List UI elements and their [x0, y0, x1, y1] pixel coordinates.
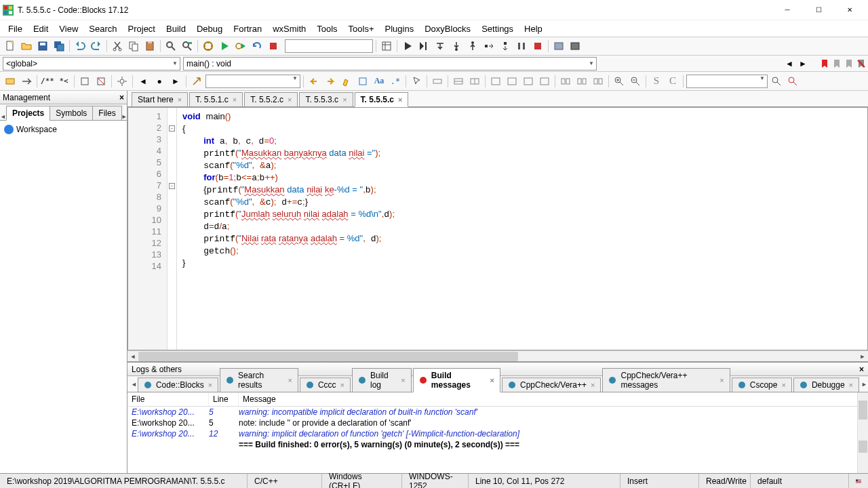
tool-icon[interactable]: [430, 74, 445, 89]
logs-header-file[interactable]: File: [127, 392, 209, 406]
settings-icon[interactable]: [115, 74, 130, 89]
scroll-left-icon[interactable]: ◄: [127, 353, 138, 360]
scope-select[interactable]: <global>: [3, 57, 180, 70]
tab-scroll-left-icon[interactable]: ◄: [0, 113, 6, 120]
logs-tab[interactable]: Build messages×: [413, 368, 500, 392]
tab-scroll-right-icon[interactable]: ►: [121, 113, 127, 120]
logs-tab-scroll-right-icon[interactable]: ►: [861, 381, 868, 388]
logs-close-icon[interactable]: ×: [859, 365, 864, 374]
scroll-thumb[interactable]: [859, 441, 867, 453]
workspace-node[interactable]: Workspace: [3, 123, 124, 136]
search-go-icon[interactable]: [769, 74, 784, 89]
bookmark-prev-icon[interactable]: [831, 58, 844, 69]
nav-stop-icon[interactable]: ●: [152, 74, 167, 89]
next-line-icon[interactable]: [433, 39, 448, 54]
logs-tab[interactable]: CppCheck/Vera++ messages×: [602, 368, 730, 392]
find-icon[interactable]: [163, 39, 178, 54]
logs-tab-scroll-left-icon[interactable]: ◄: [130, 381, 138, 388]
tool-icon[interactable]: [77, 74, 92, 89]
new-file-icon[interactable]: [3, 39, 18, 54]
tool-icon[interactable]: [467, 74, 482, 89]
text-case-icon[interactable]: Aa: [372, 74, 387, 89]
tool-icon[interactable]: [451, 74, 466, 89]
editor-tab[interactable]: T. 5.5.2.c×: [244, 92, 298, 107]
info-icon[interactable]: [568, 39, 583, 54]
menu-debug[interactable]: Debug: [191, 22, 228, 35]
bookmark-next-icon[interactable]: [844, 58, 856, 69]
menu-edit[interactable]: Edit: [28, 22, 54, 35]
tool-icon[interactable]: [537, 74, 552, 89]
tab-close-icon[interactable]: ×: [288, 96, 292, 104]
menu-settings[interactable]: Settings: [476, 22, 519, 35]
logs-tab[interactable]: Cscope×: [732, 378, 792, 392]
tool-icon[interactable]: [94, 74, 108, 89]
debug-windows-icon[interactable]: [551, 39, 566, 54]
abort-icon[interactable]: [266, 39, 281, 54]
jump-select[interactable]: [205, 75, 300, 88]
bookmark-toggle-icon[interactable]: [819, 58, 831, 69]
build-icon[interactable]: [201, 39, 216, 54]
menu-build[interactable]: Build: [161, 22, 191, 35]
editor-tab[interactable]: Start here×: [132, 92, 188, 107]
logs-tab[interactable]: Cccc×: [300, 378, 351, 392]
menu-project[interactable]: Project: [123, 22, 161, 35]
undo-icon[interactable]: [73, 39, 87, 54]
debug-run-icon[interactable]: [400, 39, 415, 54]
comment-line-icon[interactable]: *<: [56, 74, 71, 89]
tool-icon[interactable]: [488, 74, 503, 89]
editor-tab[interactable]: T. 5.5.5.c×: [355, 92, 409, 107]
management-close-icon[interactable]: ×: [119, 93, 124, 102]
tab-close-icon[interactable]: ×: [340, 381, 344, 389]
tab-close-icon[interactable]: ×: [208, 381, 212, 389]
show-targets-icon[interactable]: [379, 39, 394, 54]
open-file-icon[interactable]: [19, 39, 34, 54]
tab-files[interactable]: Files: [92, 106, 121, 121]
step-into-instruction-icon[interactable]: [498, 39, 513, 54]
code-text[interactable]: void main() { int a, b, c, d=0; printf("…: [177, 108, 867, 350]
copy-icon[interactable]: [126, 39, 141, 54]
editor-tab[interactable]: T. 5.5.3.c×: [299, 92, 353, 107]
logs-tab[interactable]: CppCheck/Vera++×: [502, 378, 601, 392]
nav-forward-icon[interactable]: ►: [799, 59, 812, 68]
highlight-icon[interactable]: [339, 74, 354, 89]
logs-header-message[interactable]: Message: [239, 392, 868, 406]
bookmark-clear-icon[interactable]: [856, 58, 868, 69]
menu-fortran[interactable]: Fortran: [228, 22, 267, 35]
scroll-right-icon[interactable]: ►: [857, 353, 868, 360]
build-target-select[interactable]: [285, 39, 373, 53]
menu-help[interactable]: Help: [519, 22, 548, 35]
window-close-button[interactable]: ✕: [834, 0, 865, 20]
tool-icon[interactable]: [19, 74, 34, 89]
tool-icon[interactable]: [558, 74, 573, 89]
window-maximize-button[interactable]: ☐: [803, 0, 834, 20]
build-run-icon[interactable]: [233, 39, 248, 54]
save-icon[interactable]: [35, 39, 50, 54]
nav-next-icon[interactable]: ►: [168, 74, 183, 89]
window-minimize-button[interactable]: ─: [772, 0, 803, 20]
tool-icon[interactable]: [355, 74, 370, 89]
arrow-right-icon[interactable]: [323, 74, 338, 89]
run-icon[interactable]: [217, 39, 232, 54]
tab-close-icon[interactable]: ×: [342, 96, 347, 104]
tab-close-icon[interactable]: ×: [719, 376, 724, 384]
log-row[interactable]: E:\workshop 20...5warning: incompatible …: [127, 407, 868, 418]
tab-close-icon[interactable]: ×: [398, 96, 402, 104]
replace-icon[interactable]: [180, 39, 195, 54]
scroll-thumb[interactable]: [138, 352, 518, 361]
nav-prev-icon[interactable]: ◄: [136, 74, 151, 89]
tool-icon[interactable]: [574, 74, 589, 89]
comment-block-icon[interactable]: /**: [40, 74, 55, 89]
logs-tab[interactable]: Search results×: [220, 368, 298, 392]
tool-icon[interactable]: [3, 74, 18, 89]
stop-debug-icon[interactable]: [530, 39, 545, 54]
logs-vertical-scrollbar[interactable]: [857, 392, 868, 473]
log-row[interactable]: E:\workshop 20...12warning: implicit dec…: [127, 428, 868, 439]
logs-tab[interactable]: Code::Blocks×: [138, 378, 218, 392]
save-all-icon[interactable]: [52, 39, 66, 54]
tab-close-icon[interactable]: ×: [178, 96, 182, 104]
cursor-icon[interactable]: [409, 74, 424, 89]
search-options-icon[interactable]: [785, 74, 800, 89]
tab-close-icon[interactable]: ×: [490, 376, 494, 384]
jump-icon[interactable]: [189, 74, 204, 89]
log-row[interactable]: E:\workshop 20...5note: include '' or pr…: [127, 418, 868, 428]
